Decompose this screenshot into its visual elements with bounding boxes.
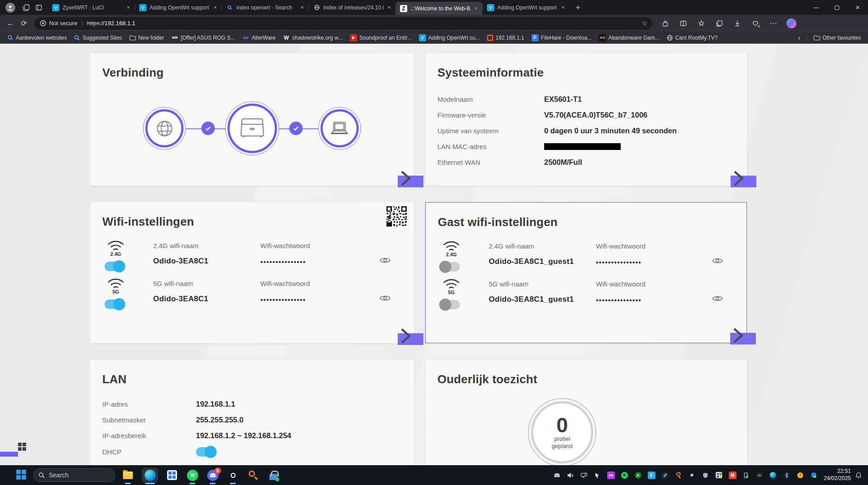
bookmark-alterware[interactable]: AV AlterWare: [239, 33, 279, 43]
photos-app-icon[interactable]: [715, 471, 723, 479]
verbinding-details-button[interactable]: [398, 176, 423, 187]
downloads-icon[interactable]: [731, 17, 744, 30]
xbox-icon[interactable]: [634, 471, 642, 479]
steam-icon[interactable]: [661, 471, 669, 479]
notifications-bell-icon[interactable]: [855, 472, 862, 479]
bookmarks-overflow-icon[interactable]: ›: [795, 34, 804, 41]
workspaces-icon[interactable]: [20, 2, 32, 13]
dhcp-toggle[interactable]: [196, 447, 216, 457]
browser-essentials-icon[interactable]: [749, 17, 762, 30]
bookmark-label: CanI.RootMy.TV?: [675, 35, 718, 41]
edge-icon[interactable]: [142, 468, 158, 482]
bookmark-adding-openwrt[interactable]: Adding OpenWrt su...: [415, 33, 484, 43]
shield-app-icon[interactable]: [702, 471, 709, 479]
split-screen-icon[interactable]: [677, 17, 690, 30]
tab-adding-openwrt-2[interactable]: Adding OpenWrt support for Zyxe ✕: [482, 0, 569, 15]
guest-24g-toggle[interactable]: [440, 262, 460, 272]
profile-avatar[interactable]: [5, 3, 15, 13]
bookmark-filehare[interactable]: F FileHare - Downloa...: [528, 33, 595, 43]
address-bar[interactable]: Not secure https ://192.168.1.1 ☆: [34, 17, 652, 30]
start-button[interactable]: [16, 470, 27, 480]
tab-search-index-openwrt[interactable]: index openwrt - Search ✕: [222, 0, 309, 15]
warning-icon[interactable]: !: [796, 471, 804, 479]
back-icon[interactable]: ←: [4, 17, 17, 30]
bookmark-asus-rog[interactable]: WR [Offer] ASUS ROG S...: [168, 33, 238, 43]
volume-icon[interactable]: [567, 471, 574, 479]
tab-adding-openwrt-1[interactable]: Adding OpenWrt support for Zyxe ✕: [135, 0, 222, 15]
favorites-icon[interactable]: [695, 17, 708, 30]
vpn-lock-icon[interactable]: [267, 469, 280, 481]
tray-discord-icon[interactable]: [553, 471, 561, 479]
spotify-icon[interactable]: [186, 469, 199, 481]
tray-search-icon[interactable]: [675, 471, 682, 479]
close-icon[interactable]: ✕: [125, 4, 132, 11]
close-window-button[interactable]: ✕: [847, 0, 868, 15]
phone-link-icon[interactable]: [580, 471, 588, 479]
microsoft-store-icon[interactable]: [166, 469, 178, 481]
show-password-icon[interactable]: [380, 255, 391, 266]
systeeminformatie-details-button[interactable]: [731, 176, 756, 187]
security-label[interactable]: Not secure: [49, 20, 77, 27]
tray-edge-icon[interactable]: [769, 471, 777, 479]
copilot-icon[interactable]: [785, 17, 798, 30]
search-icon: [7, 35, 14, 41]
wifi-name-value: Odido-3EA8C1_guest1: [489, 295, 596, 304]
tab-zyxelwrt-luci[interactable]: ZyxelWRT - LuCI ✕: [48, 0, 135, 15]
refresh-icon[interactable]: ⟳: [17, 17, 31, 30]
fps-counter-icon[interactable]: 60: [607, 471, 615, 479]
guest-5g-toggle[interactable]: [440, 300, 460, 309]
bookmark-aanbevolen-websites[interactable]: Aanbevolen websites: [4, 33, 70, 43]
tab-index-of-releases[interactable]: Index of /releases/24.10.0/targets ✕: [309, 0, 395, 15]
tab-actions-icon[interactable]: [32, 2, 45, 13]
zyxel-favicon: [52, 4, 59, 11]
nvidia-settings-icon[interactable]: [756, 471, 763, 479]
steelseries-gg-icon[interactable]: [227, 469, 239, 481]
wifi-details-button[interactable]: [398, 333, 423, 345]
new-tab-button[interactable]: +: [572, 2, 584, 14]
close-icon[interactable]: ✕: [559, 4, 567, 11]
gast-wifi-details-button[interactable]: [730, 333, 756, 344]
bookmark-new-folder[interactable]: New folder: [126, 33, 168, 43]
discord-icon[interactable]: 5: [206, 469, 219, 481]
windows-security-icon[interactable]: [810, 471, 818, 479]
flow-app-icon[interactable]: F: [648, 471, 655, 479]
close-icon[interactable]: ✕: [473, 5, 480, 12]
close-icon[interactable]: ✕: [212, 4, 219, 11]
bookmark-router-ip[interactable]: 192.168.1.1: [483, 33, 527, 43]
show-password-icon[interactable]: [712, 293, 723, 304]
bookmark-canirootmytv[interactable]: CanI.RootMy.TV?: [663, 33, 721, 43]
close-icon[interactable]: ✕: [386, 4, 393, 11]
extensions-icon[interactable]: [659, 17, 672, 30]
search-app-icon[interactable]: [247, 469, 259, 481]
other-favourites-button[interactable]: Other favourites: [810, 33, 864, 43]
device-sync-icon[interactable]: [742, 471, 750, 479]
settings-more-icon[interactable]: ⋯: [767, 17, 780, 30]
tab-welcome-web-based-active[interactable]: Z .::Welcome to the Web-Based Con ✕: [395, 2, 482, 15]
minimize-button[interactable]: —: [806, 0, 827, 15]
collections-icon[interactable]: [713, 17, 726, 30]
cursor-tool-icon[interactable]: [594, 471, 601, 479]
close-icon[interactable]: ✕: [299, 4, 306, 11]
taskbar-search[interactable]: Search: [33, 468, 115, 482]
file-explorer-icon[interactable]: [122, 469, 134, 481]
bookmark-soundproof[interactable]: Soundproof an Entir...: [346, 33, 415, 43]
bookmark-suggested-sites[interactable]: Suggested Sites: [70, 33, 125, 43]
wifi-5g-toggle[interactable]: [105, 299, 124, 309]
bookmark-shadowstrike[interactable]: W shadowstrike.org w...: [279, 33, 346, 43]
favorite-star-icon[interactable]: ☆: [642, 19, 648, 27]
wifi-band-24g: 2.4G 2.4G wifi-naam Odido-3EA8C1 Wifi-wa…: [90, 240, 414, 271]
malwarebytes-icon[interactable]: M: [729, 471, 736, 479]
tray-spotify-icon[interactable]: [621, 471, 628, 479]
show-password-icon[interactable]: [380, 293, 391, 304]
maximize-button[interactable]: [827, 0, 847, 15]
wifi-24g-toggle[interactable]: [105, 262, 124, 271]
wifi-qr-code[interactable]: [386, 206, 407, 227]
show-password-icon[interactable]: [712, 255, 723, 266]
wifi-password-label: Wifi-wachtwoord: [260, 242, 362, 249]
tray-steelseries-icon[interactable]: [688, 471, 696, 479]
bluetooth-icon[interactable]: [783, 471, 791, 479]
bookmark-abandonware[interactable]: AG Abandonware Gam...: [595, 33, 663, 43]
taskbar-clock[interactable]: 22:51 24/02/2025: [824, 468, 851, 482]
info-value: 0 dagen 0 uur 3 minuten 49 seconden: [544, 127, 677, 135]
profile-caption-line1: profiel: [554, 435, 570, 443]
